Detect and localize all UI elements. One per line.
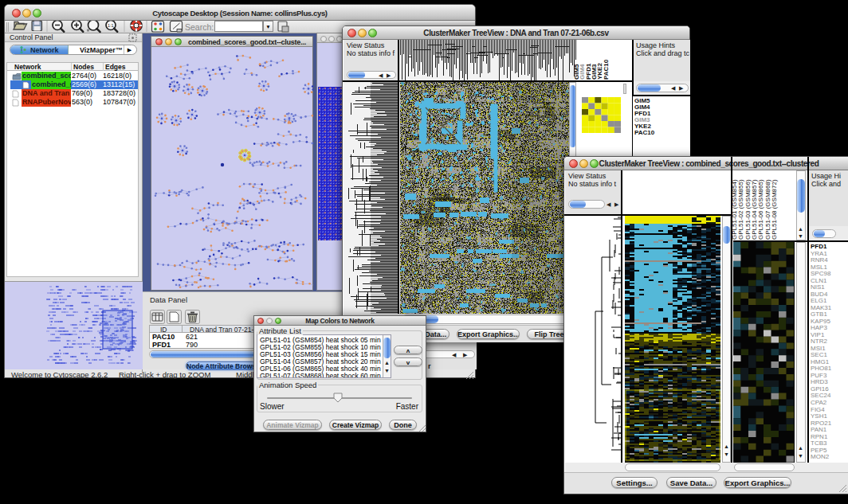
svg-text:1:1: 1:1	[108, 23, 114, 28]
